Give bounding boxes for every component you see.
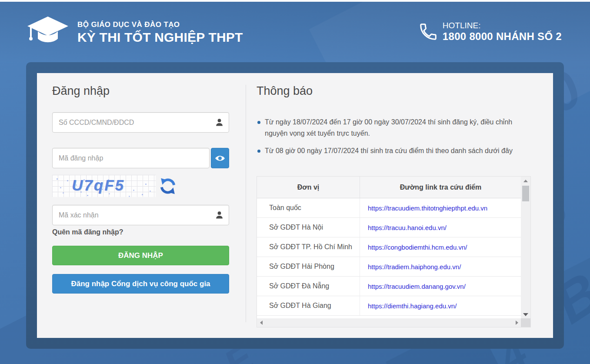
link-cell: https://congbodiemthi.hcm.edu.vn/ (360, 237, 521, 257)
hotline-label: HOTLINE: (443, 21, 562, 30)
card-content: Đăng nhập U7qF5 (37, 73, 553, 338)
unit-cell: Sở GDĐT Hà Giang (257, 296, 360, 315)
table-row: Sở GDĐT Hải Phòng https://tradiem.haipho… (257, 257, 521, 277)
site-header: BỘ GIÁO DỤC VÀ ĐÀO TẠO KỲ THI TỐT NGHIỆP… (0, 2, 590, 62)
table-row: Sở GDĐT TP. Hồ Chí Minh https://congbodi… (257, 237, 521, 257)
password-input[interactable] (52, 148, 210, 168)
person-icon (215, 118, 224, 127)
lookup-link[interactable]: https://congbodiemthi.hcm.edu.vn/ (368, 244, 467, 251)
table-row: Sở GDĐT Hà Giang https://diemthi.hagiang… (257, 296, 521, 316)
lookup-link[interactable]: https://tracuu.hanoi.edu.vn/ (368, 224, 447, 231)
notice-item: Từ ngày 18/07/2024 đến 17 giờ 00 ngày 30… (257, 117, 520, 140)
id-field-wrapper (52, 112, 229, 133)
notice-list: Từ ngày 18/07/2024 đến 17 giờ 00 ngày 30… (257, 117, 520, 162)
unit-cell: Sở GDĐT Đà Nẵng (257, 277, 360, 296)
login-button[interactable]: ĐĂNG NHẬP (52, 246, 229, 265)
captcha-refresh-button[interactable] (159, 177, 177, 195)
scrollbar-corner (521, 318, 530, 327)
captcha-row: U7qF5 (52, 175, 229, 197)
table-row: Sở GDĐT Đà Nẵng https://tracuudiem.danan… (257, 277, 521, 296)
top-white-strip (0, 0, 590, 2)
notice-panel: Thông báo Từ ngày 18/07/2024 đến 17 giờ … (257, 73, 546, 338)
unit-cell: Toàn quốc (257, 198, 360, 217)
vertical-scrollbar[interactable] (521, 177, 530, 319)
exam-title: KỲ THI TỐT NGHIỆP THPT (77, 30, 243, 45)
login-title: Đăng nhập (52, 84, 110, 98)
main-card: Đăng nhập U7qF5 (26, 62, 564, 349)
brand-text: BỘ GIÁO DỤC VÀ ĐÀO TẠO KỲ THI TỐT NGHIỆP… (77, 20, 243, 45)
lookup-link[interactable]: https://tracuudiem.thitotnghiepthpt.edu.… (368, 204, 487, 212)
captcha-code: U7qF5 (52, 177, 144, 194)
unit-cell: Sở GDĐT TP. Hồ Chí Minh (257, 237, 360, 257)
password-visibility-button[interactable] (211, 148, 229, 168)
notice-item: Từ 08 giờ 00 ngày 17/07/2024 thí sinh tr… (257, 145, 520, 157)
link-cell: https://tracuu.hanoi.edu.vn/ (360, 218, 521, 237)
lookup-link[interactable]: https://diemthi.hagiang.edu.vn/ (368, 302, 457, 310)
unit-cell: Sở GDĐT Hải Phòng (257, 257, 360, 276)
panel-divider (246, 85, 246, 322)
password-field-wrapper (52, 148, 210, 168)
vertical-scroll-thumb[interactable] (522, 186, 529, 201)
score-lookup-table: Đơn vị Đường link tra cứu điểm Toàn quốc… (257, 176, 531, 327)
phone-icon (418, 22, 438, 42)
unit-cell: Sở GDĐT Hà Nội (257, 218, 360, 237)
forgot-password-link[interactable]: Quên mã đăng nhập? (52, 228, 123, 236)
brand: BỘ GIÁO DỤC VÀ ĐÀO TẠO KỲ THI TỐT NGHIỆP… (26, 14, 243, 51)
person-icon (215, 210, 224, 220)
table-row: Toàn quốc https://tracuudiem.thitotnghie… (257, 198, 521, 218)
link-cell: https://tracuudiem.thitotnghiepthpt.edu.… (360, 198, 521, 217)
hotline-text: HOTLINE: 1800 8000 NHÁNH SỐ 2 (443, 21, 562, 43)
captcha-image: U7qF5 (52, 175, 156, 197)
hotline: HOTLINE: 1800 8000 NHÁNH SỐ 2 (418, 21, 562, 43)
scroll-up-icon[interactable] (523, 180, 528, 182)
table-content: Đơn vị Đường link tra cứu điểm Toàn quốc… (257, 177, 521, 319)
gov-portal-login-button[interactable]: Đăng nhập Cổng dịch vụ công quốc gia (52, 274, 229, 294)
eye-icon (215, 153, 225, 164)
login-panel: Đăng nhập U7qF5 (52, 73, 229, 338)
column-header-link: Đường link tra cứu điểm (360, 177, 521, 198)
horizontal-scrollbar[interactable] (257, 318, 521, 327)
captcha-input[interactable] (52, 205, 229, 225)
refresh-icon (159, 177, 177, 195)
lookup-link[interactable]: https://tracuudiem.danang.gov.vn/ (368, 283, 466, 290)
scroll-down-icon[interactable] (523, 313, 528, 316)
lookup-link[interactable]: https://tradiem.haiphong.edu.vn/ (368, 263, 461, 270)
ministry-name: BỘ GIÁO DỤC VÀ ĐÀO TẠO (77, 20, 243, 29)
notice-title: Thông báo (257, 84, 313, 98)
link-cell: https://tracuudiem.danang.gov.vn/ (360, 277, 521, 296)
scroll-right-icon[interactable] (516, 321, 518, 325)
link-cell: https://diemthi.hagiang.edu.vn/ (360, 296, 521, 315)
table-row: Sở GDĐT Hà Nội https://tracuu.hanoi.edu.… (257, 218, 521, 237)
link-cell: https://tradiem.haiphong.edu.vn/ (360, 257, 521, 276)
table-header-row: Đơn vị Đường link tra cứu điểm (257, 177, 521, 198)
captcha-field-wrapper (52, 205, 229, 225)
id-input[interactable] (52, 112, 229, 133)
graduation-cap-icon (26, 14, 70, 51)
hotline-number: 1800 8000 NHÁNH SỐ 2 (443, 30, 562, 43)
scroll-left-icon[interactable] (260, 321, 263, 325)
column-header-unit: Đơn vị (257, 177, 360, 198)
